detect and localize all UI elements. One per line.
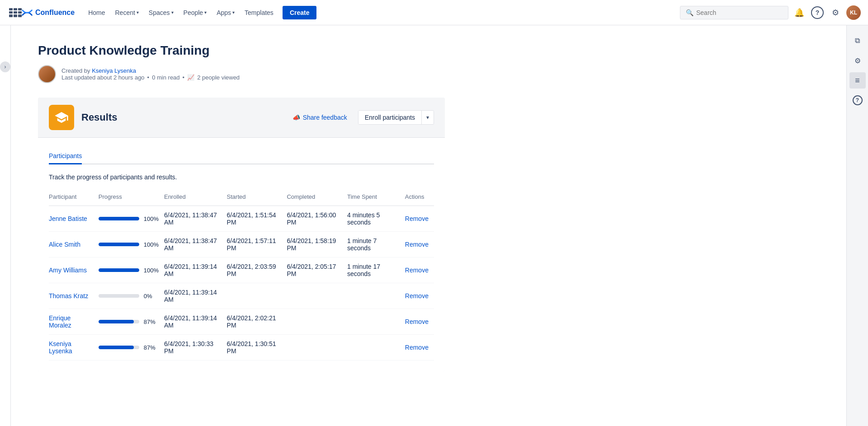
gear-icon: ⚙	[832, 8, 839, 18]
participant-name[interactable]: Kseniya Lysenka	[49, 340, 72, 355]
course-header-right: 📣 Share feedback Enroll participants ▾	[287, 110, 434, 125]
table-row: Enrique Moralez 87% 6/4/2021, 11:39:14 A…	[49, 309, 434, 335]
list-view-button[interactable]: ≡	[849, 72, 866, 89]
completed-date: 6/4/2021, 1:58:19 PM	[287, 232, 347, 257]
copy-icon: ⧉	[855, 37, 860, 45]
remove-button[interactable]: Remove	[405, 318, 429, 325]
page-wrapper: › Product Knowledge Training Created by …	[0, 25, 868, 426]
remove-button[interactable]: Remove	[405, 344, 429, 351]
progress-percent: 87%	[144, 318, 158, 325]
started-date	[227, 283, 287, 309]
started-date: 6/4/2021, 1:30:51 PM	[227, 335, 287, 360]
completed-date: 6/4/2021, 2:05:17 PM	[287, 257, 347, 283]
meta-info: Created by Kseniya Lysenka Last updated …	[61, 67, 240, 81]
nav-apps[interactable]: Apps ▾	[212, 6, 239, 19]
create-button[interactable]: Create	[283, 6, 317, 19]
nav-spaces[interactable]: Spaces ▾	[144, 6, 178, 19]
participant-name[interactable]: Jenne Batiste	[49, 215, 87, 222]
course-header-left: Results	[49, 105, 117, 130]
started-date: 6/4/2021, 2:03:59 PM	[227, 257, 287, 283]
share-feedback-button[interactable]: 📣 Share feedback	[287, 111, 353, 124]
track-text: Track the progress of participants and r…	[49, 173, 434, 181]
started-date: 6/4/2021, 1:51:54 PM	[227, 206, 287, 232]
completed-date	[287, 283, 347, 309]
copy-button[interactable]: ⧉	[849, 33, 866, 49]
progress-bar-bg	[99, 346, 139, 349]
col-completed: Completed	[287, 190, 347, 206]
author-avatar	[38, 65, 56, 83]
confluence-logo[interactable]: Confluence	[22, 7, 75, 18]
col-time-spent: Time Spent	[347, 190, 405, 206]
nav-links: Home Recent ▾ Spaces ▾ People ▾ Apps ▾ T…	[84, 6, 278, 19]
progress-percent: 100%	[144, 241, 159, 248]
search-input[interactable]	[696, 9, 783, 16]
progress-bar-fill	[99, 217, 139, 220]
help-widget-button[interactable]: ?	[849, 92, 866, 108]
progress-bar-bg	[99, 320, 139, 323]
progress-cell: 100%	[99, 267, 159, 274]
list-icon: ≡	[855, 76, 860, 85]
table-row: Kseniya Lysenka 87% 6/4/2021, 1:30:33 PM…	[49, 335, 434, 360]
table-row: Thomas Kratz 0% 6/4/2021, 11:39:14 AM Re…	[49, 283, 434, 309]
remove-button[interactable]: Remove	[405, 241, 429, 248]
col-started: Started	[227, 190, 287, 206]
table-row: Amy Williams 100% 6/4/2021, 11:39:14 AM …	[49, 257, 434, 283]
help-button[interactable]: ?	[810, 5, 825, 20]
help-icon: ?	[811, 6, 824, 19]
enrolled-date: 6/4/2021, 11:39:14 AM	[164, 283, 227, 309]
completed-date: 6/4/2021, 1:56:00 PM	[287, 206, 347, 232]
time-spent: 4 minutes 5 seconds	[347, 206, 405, 232]
progress-bar-bg	[99, 243, 139, 246]
progress-cell: 87%	[99, 318, 159, 325]
course-icon	[49, 105, 74, 130]
participant-name[interactable]: Alice Smith	[49, 241, 80, 248]
col-actions: Actions	[405, 190, 434, 206]
progress-cell: 100%	[99, 215, 159, 222]
enroll-dropdown-chevron[interactable]: ▾	[422, 111, 434, 124]
remove-button[interactable]: Remove	[405, 267, 429, 274]
topnav: Confluence Home Recent ▾ Spaces ▾ People…	[0, 0, 868, 25]
time-spent: 1 minute 17 seconds	[347, 257, 405, 283]
user-avatar[interactable]: KL	[846, 5, 861, 20]
progress-bar-bg	[99, 217, 139, 220]
settings-button[interactable]: ⚙	[828, 5, 843, 20]
enrolled-date: 6/4/2021, 11:38:47 AM	[164, 232, 227, 257]
notifications-button[interactable]: 🔔	[792, 5, 807, 20]
progress-bar-fill	[99, 346, 134, 349]
time-spent	[347, 283, 405, 309]
tab-participants[interactable]: Participants	[49, 149, 82, 164]
bell-icon: 🔔	[794, 8, 804, 18]
course-header: Results 📣 Share feedback Enroll particip…	[38, 98, 445, 138]
meta-updated: Last updated about 2 hours ago • 0 min r…	[61, 74, 240, 81]
progress-percent: 87%	[144, 344, 158, 351]
sidebar-toggle[interactable]: ›	[0, 25, 11, 426]
progress-percent: 100%	[144, 267, 159, 274]
search-box[interactable]: 🔍	[680, 6, 788, 19]
progress-percent: 100%	[144, 215, 159, 222]
table-row: Jenne Batiste 100% 6/4/2021, 11:38:47 AM…	[49, 206, 434, 232]
nav-templates[interactable]: Templates	[240, 6, 278, 19]
participant-name[interactable]: Enrique Moralez	[49, 314, 71, 329]
completed-date	[287, 309, 347, 335]
course-widget: Results 📣 Share feedback Enroll particip…	[38, 98, 445, 371]
page-meta: Created by Kseniya Lysenka Last updated …	[38, 65, 819, 83]
app-switcher-button[interactable]	[7, 6, 20, 19]
sidebar-toggle-button[interactable]: ›	[0, 61, 10, 72]
enroll-participants-button[interactable]: Enroll participants ▾	[358, 110, 434, 125]
widget-settings-button[interactable]: ⚙	[849, 52, 866, 69]
nav-people[interactable]: People ▾	[179, 6, 212, 19]
started-date: 6/4/2021, 2:02:21 PM	[227, 309, 287, 335]
nav-recent[interactable]: Recent ▾	[110, 6, 143, 19]
remove-button[interactable]: Remove	[405, 215, 429, 222]
participant-name[interactable]: Thomas Kratz	[49, 292, 88, 300]
participant-name[interactable]: Amy Williams	[49, 267, 87, 274]
started-date: 6/4/2021, 1:57:11 PM	[227, 232, 287, 257]
enrolled-date: 6/4/2021, 11:38:47 AM	[164, 206, 227, 232]
remove-button[interactable]: Remove	[405, 292, 429, 300]
progress-cell: 100%	[99, 241, 159, 248]
search-icon: 🔍	[686, 9, 693, 16]
main-content: Product Knowledge Training Created by Ks…	[11, 25, 846, 426]
progress-bar-bg	[99, 294, 139, 298]
progress-bar-bg	[99, 268, 139, 272]
nav-home[interactable]: Home	[84, 6, 109, 19]
